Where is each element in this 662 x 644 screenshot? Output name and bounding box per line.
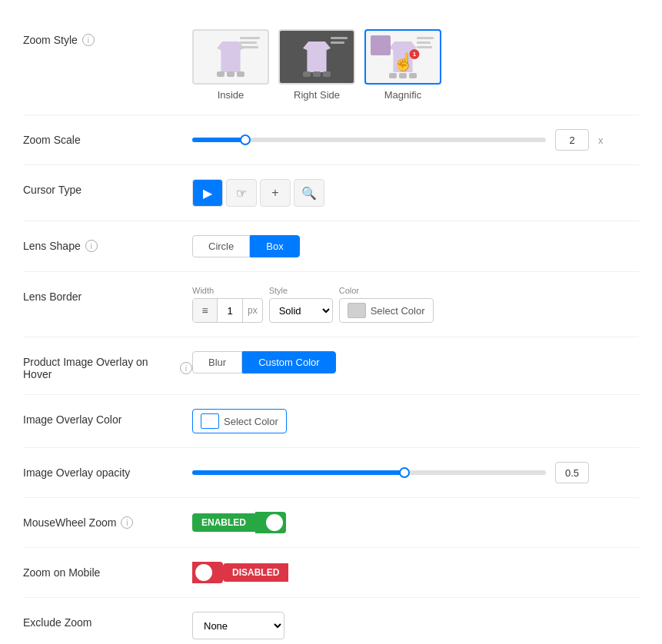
zoom-style-right-label: Right Side bbox=[294, 89, 340, 101]
zoom-scale-fill bbox=[192, 138, 245, 142]
overlay-color-btn-label: Select Color bbox=[224, 416, 278, 427]
product-overlay-custom-btn[interactable]: Custom Color bbox=[242, 351, 335, 373]
zoom-mobile-control: DISABLED bbox=[192, 562, 639, 583]
lens-border-color-group: Color Select Color bbox=[339, 286, 434, 323]
mousewheel-zoom-control: ENABLED bbox=[192, 512, 639, 533]
exclude-zoom-select[interactable]: None Home Category Product bbox=[192, 612, 284, 639]
cursor-hand-btn[interactable]: ☞ bbox=[226, 179, 257, 207]
cursor-type-row: Cursor Type ▶ ☞ + 🔍 bbox=[23, 165, 639, 221]
zoom-inside-content bbox=[194, 31, 268, 83]
overlay-opacity-track[interactable] bbox=[192, 470, 546, 475]
exclude-zoom-row: Exclude Zoom None Home Category Product bbox=[23, 598, 639, 644]
lens-border-text: Lens Border bbox=[23, 290, 82, 303]
zoom-scale-row: Zoom Scale 2 x bbox=[23, 115, 639, 165]
overlay-color-btn[interactable]: Select Color bbox=[192, 409, 287, 433]
exclude-zoom-control: None Home Category Product bbox=[192, 612, 639, 639]
lens-border-input: ≡ px bbox=[192, 298, 263, 323]
zoom-magnific-content: ☝️ 1 bbox=[366, 31, 440, 83]
lens-border-color-btn[interactable]: Select Color bbox=[339, 298, 434, 323]
product-overlay-control: Blur Custom Color bbox=[192, 351, 639, 373]
overlay-opacity-thumb[interactable] bbox=[399, 467, 410, 478]
cursor-cross-btn[interactable]: + bbox=[260, 179, 291, 207]
lens-shape-row: Lens Shape i Circle Box bbox=[23, 221, 639, 272]
product-overlay-blur-btn[interactable]: Blur bbox=[192, 351, 242, 373]
overlay-opacity-label: Image Overlay opacity bbox=[23, 462, 192, 479]
zoom-right-content bbox=[280, 31, 354, 83]
zoom-scale-label: Zoom Scale bbox=[23, 129, 192, 146]
lens-shape-circle-btn[interactable]: Circle bbox=[192, 235, 250, 257]
magnific-cursor-icon: ☝️ 1 bbox=[393, 52, 414, 72]
overlay-opacity-row: Image Overlay opacity 0.5 bbox=[23, 448, 639, 498]
overlay-opacity-slider-row: 0.5 bbox=[192, 462, 639, 483]
zoom-style-text: Zoom Style bbox=[23, 34, 78, 46]
zoom-style-inside-label: Inside bbox=[218, 89, 245, 101]
zoom-scale-slider-row: 2 x bbox=[192, 129, 639, 151]
zoom-scale-thumb[interactable] bbox=[240, 134, 251, 145]
lens-border-color-btn-label: Select Color bbox=[371, 305, 425, 317]
zoom-scale-text: Zoom Scale bbox=[23, 134, 81, 146]
lens-shape-text: Lens Shape bbox=[23, 240, 81, 252]
product-overlay-info-icon[interactable]: i bbox=[180, 362, 192, 374]
lens-border-label: Lens Border bbox=[23, 286, 192, 303]
zoom-style-right-side-thumb bbox=[278, 29, 355, 85]
overlay-opacity-fill bbox=[192, 470, 404, 475]
overlay-opacity-value[interactable]: 0.5 bbox=[555, 462, 589, 483]
lens-border-px-unit: px bbox=[242, 299, 262, 322]
product-overlay-row: Product Image Overlay on Hover i Blur Cu… bbox=[23, 337, 639, 395]
lens-border-width-group: Width ≡ px bbox=[192, 286, 263, 323]
lens-border-style-group: Style Solid Dashed Dotted bbox=[269, 286, 333, 323]
zoom-mobile-pill[interactable] bbox=[192, 562, 223, 583]
lens-shape-label: Lens Shape i bbox=[23, 235, 192, 252]
cursor-type-text: Cursor Type bbox=[23, 184, 82, 196]
exclude-zoom-text: Exclude Zoom bbox=[23, 616, 91, 629]
cursor-type-label: Cursor Type bbox=[23, 179, 192, 196]
lens-border-style-select[interactable]: Solid Dashed Dotted bbox=[269, 298, 333, 323]
zoom-style-info-icon[interactable]: i bbox=[82, 34, 95, 46]
mousewheel-zoom-pill[interactable] bbox=[255, 512, 286, 533]
overlay-opacity-text: Image Overlay opacity bbox=[23, 466, 130, 479]
cursor-buttons-group: ▶ ☞ + 🔍 bbox=[192, 179, 324, 207]
zoom-mobile-text: Zoom on Mobile bbox=[23, 566, 100, 579]
overlay-color-text: Image Overlay Color bbox=[23, 413, 121, 426]
zoom-scale-unit: x bbox=[598, 134, 604, 146]
overlay-color-swatch bbox=[201, 413, 219, 429]
zoom-mobile-circle bbox=[195, 564, 212, 581]
zoom-mobile-toggle[interactable]: DISABLED bbox=[192, 562, 288, 583]
lens-shape-info-icon[interactable]: i bbox=[85, 240, 98, 252]
overlay-color-row: Image Overlay Color Select Color bbox=[23, 395, 639, 448]
lens-border-width-input[interactable] bbox=[218, 305, 242, 317]
product-overlay-label: Product Image Overlay on Hover i bbox=[23, 351, 192, 380]
lens-border-color-swatch bbox=[348, 303, 366, 318]
zoom-mobile-state-label: DISABLED bbox=[223, 563, 288, 582]
zoom-style-magnific[interactable]: ☝️ 1 Magnific bbox=[364, 29, 441, 101]
zoom-scale-value[interactable]: 2 bbox=[555, 129, 589, 151]
lens-shape-box-btn[interactable]: Box bbox=[250, 235, 299, 257]
product-overlay-toggle: Blur Custom Color bbox=[192, 351, 336, 373]
zoom-scale-track[interactable] bbox=[192, 138, 546, 142]
cursor-arrow-btn[interactable]: ▶ bbox=[192, 179, 223, 207]
mousewheel-zoom-row: MouseWheel Zoom i ENABLED bbox=[23, 498, 639, 548]
mousewheel-zoom-label: MouseWheel Zoom i bbox=[23, 512, 192, 529]
exclude-zoom-label: Exclude Zoom bbox=[23, 612, 192, 629]
zoom-style-inside-thumb bbox=[192, 29, 269, 85]
zoom-style-control: Inside bbox=[192, 29, 639, 101]
mousewheel-zoom-toggle[interactable]: ENABLED bbox=[192, 512, 286, 533]
zoom-scale-control: 2 x bbox=[192, 129, 639, 151]
zoom-style-right-side[interactable]: Right Side bbox=[278, 29, 355, 101]
lens-shape-toggle: Circle Box bbox=[192, 235, 300, 257]
zoom-style-inside[interactable]: Inside bbox=[192, 29, 269, 101]
lens-border-width-label: Width bbox=[192, 286, 263, 295]
zoom-mobile-row: Zoom on Mobile DISABLED bbox=[23, 548, 639, 598]
lens-border-color-label: Color bbox=[339, 286, 434, 295]
zoom-mobile-label: Zoom on Mobile bbox=[23, 562, 192, 579]
mousewheel-zoom-info-icon[interactable]: i bbox=[121, 516, 133, 529]
lens-border-align-icon: ≡ bbox=[193, 298, 218, 323]
zoom-style-label: Zoom Style i bbox=[23, 29, 192, 46]
mousewheel-zoom-state-label: ENABLED bbox=[192, 513, 255, 532]
overlay-opacity-control: 0.5 bbox=[192, 462, 639, 483]
lens-shape-control: Circle Box bbox=[192, 235, 639, 257]
cursor-zoom-btn[interactable]: 🔍 bbox=[294, 179, 324, 207]
zoom-style-row: Zoom Style i bbox=[23, 15, 639, 115]
zoom-style-options: Inside bbox=[192, 29, 441, 101]
lens-border-fields: Width ≡ px Style Solid Dashed Dotted Col… bbox=[192, 286, 434, 323]
